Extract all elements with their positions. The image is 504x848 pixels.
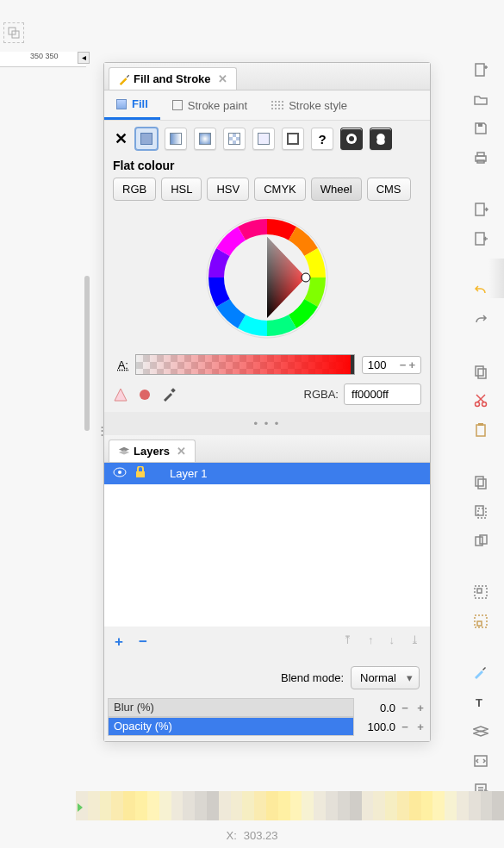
unlink-clone-icon[interactable] <box>471 531 490 550</box>
swatch[interactable] <box>76 791 88 820</box>
swatch[interactable] <box>314 791 326 820</box>
new-document-icon[interactable] <box>471 60 490 79</box>
mode-cms[interactable]: CMS <box>367 178 411 201</box>
swatch[interactable] <box>302 791 314 820</box>
swatch[interactable] <box>242 791 254 820</box>
layer-up-button[interactable]: ↑ <box>368 633 374 651</box>
minus-icon[interactable]: − <box>400 359 407 371</box>
swatch[interactable] <box>231 791 243 820</box>
layer-down-button[interactable]: ↓ <box>389 633 395 651</box>
swatch[interactable] <box>147 791 159 820</box>
swatch[interactable] <box>481 791 493 820</box>
swatch[interactable] <box>373 791 385 820</box>
duplicate-icon[interactable] <box>471 472 490 491</box>
save-document-icon[interactable] <box>471 119 490 138</box>
panel-resize-grip[interactable]: • • • <box>104 412 430 435</box>
opacity-value[interactable]: 100.0 <box>358 720 395 733</box>
swatch[interactable] <box>445 791 457 820</box>
swatch[interactable] <box>492 791 504 820</box>
color-managed-icon[interactable] <box>113 387 128 402</box>
mesh-gradient-button[interactable] <box>252 128 275 150</box>
layer-to-bottom-button[interactable]: ⤓ <box>410 633 420 651</box>
paste-icon[interactable] <box>471 421 490 440</box>
swatch[interactable] <box>338 791 350 820</box>
export-icon[interactable] <box>471 229 490 248</box>
redo-icon[interactable] <box>471 310 490 329</box>
rgba-input[interactable] <box>344 383 421 405</box>
out-of-gamut-icon[interactable] <box>137 387 152 402</box>
swatch[interactable] <box>469 791 481 820</box>
ruler-collapse-icon[interactable]: ◂ <box>78 52 90 64</box>
undo-icon[interactable] <box>471 281 490 300</box>
alpha-input[interactable] <box>368 359 397 371</box>
swatch[interactable] <box>183 791 195 820</box>
mode-hsv[interactable]: HSV <box>207 178 249 201</box>
plus-icon[interactable]: + <box>408 359 415 371</box>
cut-icon[interactable] <box>471 391 490 410</box>
swatch[interactable] <box>135 791 147 820</box>
fill-rule-evenodd-button[interactable] <box>340 128 363 150</box>
layer-row[interactable]: Layer 1 <box>104 463 430 484</box>
swatch[interactable] <box>326 791 338 820</box>
lock-icon[interactable] <box>134 466 147 481</box>
swatch[interactable] <box>362 791 374 820</box>
swatch[interactable] <box>397 791 409 820</box>
eyedropper-icon[interactable] <box>161 387 177 402</box>
swatch[interactable] <box>432 791 445 820</box>
mode-wheel[interactable]: Wheel <box>311 178 362 201</box>
import-icon[interactable] <box>471 200 490 219</box>
ungroup-icon[interactable] <box>471 612 490 631</box>
tab-layers[interactable]: Layers ✕ <box>109 440 196 462</box>
radial-gradient-button[interactable] <box>194 128 216 150</box>
swatch[interactable] <box>88 791 100 820</box>
open-document-icon[interactable] <box>471 90 490 109</box>
subtab-fill[interactable]: Fill <box>104 90 160 120</box>
swatch[interactable] <box>159 791 171 820</box>
fill-rule-nonzero-button[interactable] <box>370 128 392 150</box>
swatch[interactable] <box>457 791 469 820</box>
flat-color-button[interactable] <box>135 128 158 150</box>
swatch[interactable] <box>195 791 207 820</box>
mode-rgb[interactable]: RGB <box>113 178 156 201</box>
swatch[interactable] <box>266 791 278 820</box>
toolbox-button[interactable] <box>3 22 24 43</box>
no-paint-button[interactable]: ✕ <box>113 128 128 150</box>
group-icon[interactable] <box>471 583 490 602</box>
close-icon[interactable]: ✕ <box>218 72 227 85</box>
minus-icon[interactable]: − <box>399 720 411 733</box>
text-icon[interactable]: T <box>471 693 490 712</box>
mode-cmyk[interactable]: CMYK <box>254 178 306 201</box>
color-wheel[interactable]: // can't run external scripts, arcs gene… <box>113 209 421 351</box>
alpha-spin[interactable]: − + <box>362 356 421 374</box>
blur-slider[interactable]: Blur (%) <box>108 698 354 717</box>
swatch[interactable] <box>278 791 290 820</box>
remove-layer-button[interactable]: − <box>139 633 147 651</box>
unknown-paint-button[interactable]: ? <box>311 128 333 150</box>
linear-gradient-button[interactable] <box>165 128 187 150</box>
swatch[interactable] <box>111 791 123 820</box>
subtab-stroke-paint[interactable]: Stroke paint <box>160 90 259 120</box>
swatches-strip[interactable] <box>76 791 504 820</box>
print-icon[interactable] <box>471 148 490 167</box>
visibility-icon[interactable] <box>113 467 127 480</box>
copy-icon[interactable] <box>471 362 490 381</box>
swatch[interactable] <box>254 791 266 820</box>
layers-open-icon[interactable] <box>471 722 490 741</box>
blur-value[interactable]: 0.0 <box>358 701 395 714</box>
blend-mode-select[interactable]: Normal <box>351 666 420 689</box>
dock-scrollbar[interactable] <box>84 276 90 431</box>
clone-icon[interactable] <box>471 502 490 521</box>
swatch[interactable] <box>100 791 112 820</box>
tab-fill-and-stroke[interactable]: Fill and Stroke ✕ <box>109 67 237 90</box>
swatch-button[interactable] <box>282 128 304 150</box>
plus-icon[interactable]: + <box>414 720 426 733</box>
mode-hsl[interactable]: HSL <box>161 178 202 201</box>
swatch[interactable] <box>409 791 421 820</box>
swatch[interactable] <box>290 791 302 820</box>
alpha-slider[interactable] <box>135 354 355 375</box>
add-layer-button[interactable]: + <box>115 633 123 651</box>
layer-to-top-button[interactable]: ⤒ <box>343 633 352 651</box>
subtab-stroke-style[interactable]: Stroke style <box>259 90 359 120</box>
minus-icon[interactable]: − <box>399 701 411 714</box>
layer-list[interactable]: Layer 1 <box>104 463 430 627</box>
